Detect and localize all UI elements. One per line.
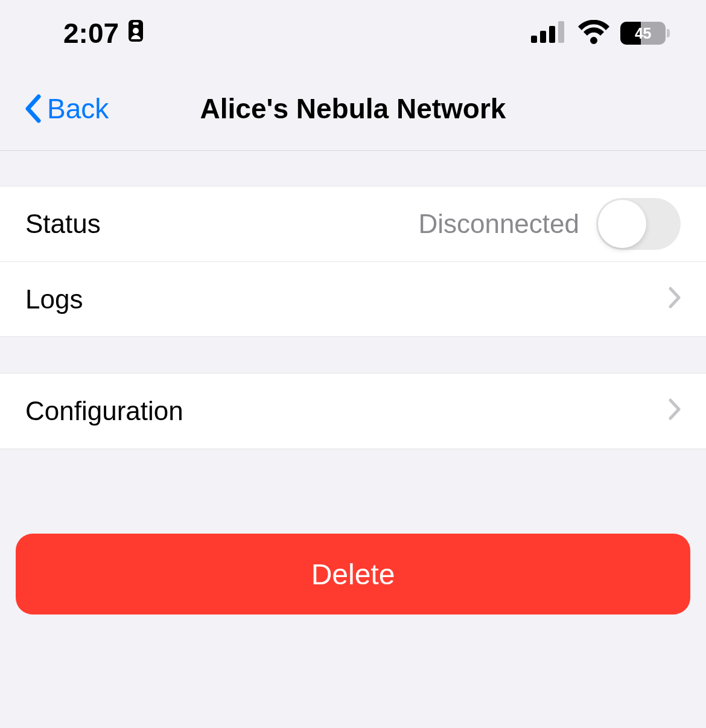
- back-label: Back: [47, 92, 109, 125]
- svg-rect-1: [133, 22, 139, 25]
- status-label: Status: [25, 209, 101, 239]
- row-status: Status Disconnected: [0, 187, 706, 261]
- svg-point-2: [133, 28, 139, 34]
- chevron-left-icon: [24, 94, 41, 123]
- status-bar-left: 2:07: [63, 17, 144, 49]
- cellular-icon: [531, 21, 567, 45]
- chevron-right-icon: [669, 396, 681, 426]
- section-configuration: Configuration: [0, 373, 706, 449]
- delete-button[interactable]: Delete: [16, 534, 690, 615]
- row-logs[interactable]: Logs: [0, 261, 706, 336]
- back-button[interactable]: Back: [24, 92, 109, 125]
- nav-bar: Back Alice's Nebula Network: [0, 66, 706, 151]
- svg-rect-6: [558, 21, 564, 43]
- wifi-icon: [578, 20, 609, 46]
- battery-level: 45: [620, 22, 666, 45]
- svg-rect-5: [549, 26, 555, 43]
- section-status-logs: Status Disconnected Logs: [0, 186, 706, 337]
- id-badge-icon: [127, 17, 144, 49]
- delete-wrapper: Delete: [0, 449, 706, 615]
- chevron-right-icon: [669, 284, 681, 315]
- logs-label: Logs: [25, 284, 83, 315]
- status-bar-right: 45: [531, 20, 670, 46]
- battery-icon: 45: [620, 22, 670, 45]
- clock-time: 2:07: [63, 17, 119, 49]
- svg-rect-4: [540, 31, 546, 43]
- spacer: [0, 151, 706, 186]
- status-value: Disconnected: [418, 209, 579, 239]
- configuration-label: Configuration: [25, 396, 183, 426]
- page-title: Alice's Nebula Network: [200, 92, 506, 125]
- spacer: [0, 337, 706, 373]
- svg-rect-3: [531, 36, 537, 43]
- status-toggle[interactable]: [596, 198, 681, 250]
- status-bar: 2:07 45: [0, 0, 706, 66]
- toggle-knob: [598, 200, 646, 248]
- row-configuration[interactable]: Configuration: [0, 374, 706, 449]
